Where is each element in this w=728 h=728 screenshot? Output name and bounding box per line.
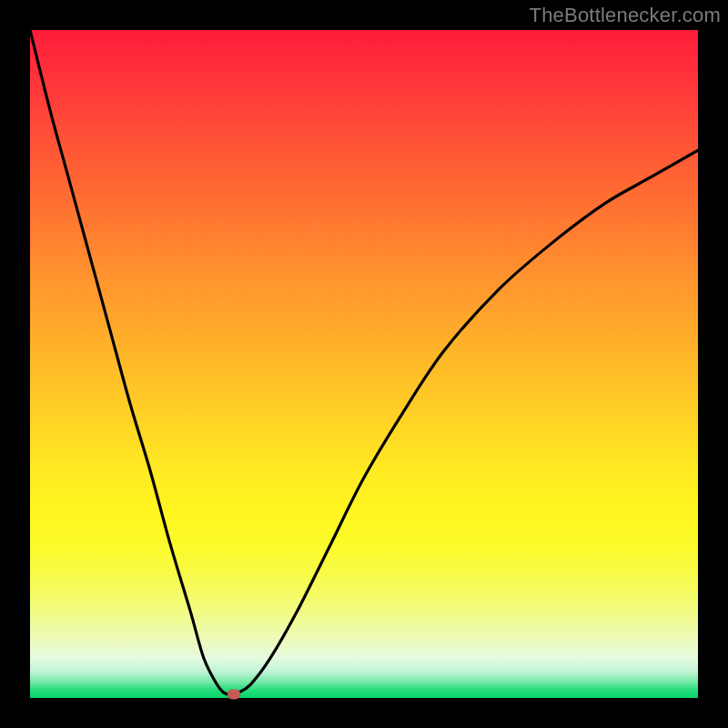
chart-frame: TheBottlenecker.com <box>0 0 728 728</box>
bottleneck-curve <box>30 30 698 698</box>
watermark-text: TheBottlenecker.com <box>530 4 721 27</box>
plot-area <box>30 30 698 698</box>
optimum-marker <box>228 690 240 700</box>
